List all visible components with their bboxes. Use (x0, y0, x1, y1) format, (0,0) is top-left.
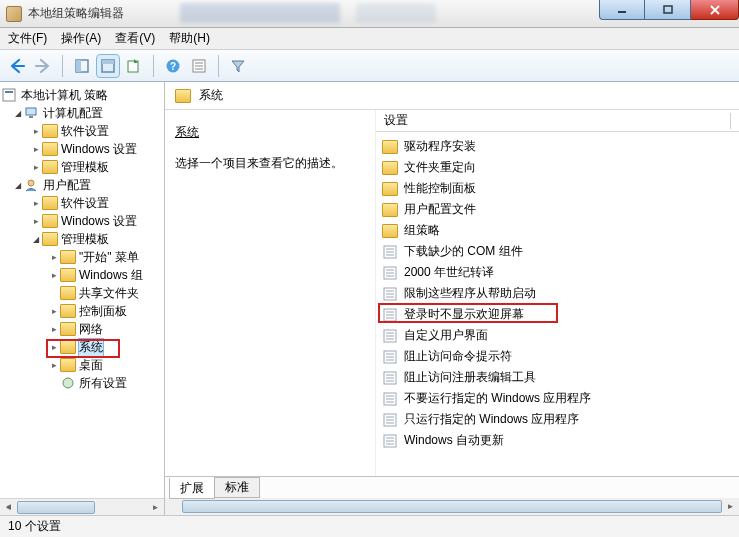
expand-toggle[interactable] (12, 109, 24, 118)
tab-extended[interactable]: 扩展 (169, 477, 215, 499)
expand-toggle[interactable] (30, 162, 42, 172)
tree-label: 用户配置 (43, 177, 91, 194)
expand-toggle[interactable] (30, 235, 42, 244)
toolbar-btn-2[interactable] (97, 55, 119, 77)
tree-item[interactable]: "开始" 菜单 (0, 248, 164, 266)
tree-label: Windows 设置 (61, 141, 137, 158)
svg-rect-15 (3, 89, 15, 101)
policy-setting-icon (382, 266, 398, 280)
description-prompt: 选择一个项目来查看它的描述。 (175, 155, 365, 172)
tree-label: 共享文件夹 (79, 285, 139, 302)
list-row[interactable]: 自定义用户界面 (376, 325, 739, 346)
column-separator[interactable] (730, 113, 731, 129)
tree-item[interactable]: 管理模板 (0, 158, 164, 176)
nav-back-button[interactable] (6, 55, 28, 77)
expand-toggle[interactable] (12, 181, 24, 190)
tree-pane: 本地计算机 策略 计算机配置 软件设置 Windows 设置 管理模板 用户配置… (0, 82, 165, 515)
folder-icon (42, 142, 58, 156)
list-row[interactable]: 下载缺少的 COM 组件 (376, 241, 739, 262)
expand-toggle[interactable] (48, 306, 60, 316)
status-text: 10 个设置 (8, 518, 61, 535)
tree-item[interactable]: 管理模板 (0, 230, 164, 248)
properties-button[interactable] (188, 55, 210, 77)
list-row[interactable]: 文件夹重定向 (376, 157, 739, 178)
tree-label: Windows 设置 (61, 213, 137, 230)
folder-icon (60, 322, 76, 336)
tree-item[interactable]: Windows 组 (0, 266, 164, 284)
toolbar-separator (218, 55, 219, 77)
tree-item[interactable]: 软件设置 (0, 122, 164, 140)
menu-action[interactable]: 操作(A) (61, 30, 101, 47)
tree-label: 软件设置 (61, 123, 109, 140)
settings-list[interactable]: 驱动程序安装文件夹重定向性能控制面板用户配置文件组策略下载缺少的 COM 组件2… (376, 132, 739, 455)
help-button[interactable]: ? (162, 55, 184, 77)
folder-icon (42, 232, 58, 246)
window-title: 本地组策略编辑器 (28, 5, 124, 22)
expand-toggle[interactable] (48, 324, 60, 334)
maximize-button[interactable] (645, 0, 691, 20)
list-row[interactable]: 2000 年世纪转译 (376, 262, 739, 283)
tree-user-config[interactable]: 用户配置 (0, 176, 164, 194)
tree-item[interactable]: 软件设置 (0, 194, 164, 212)
tree-label: Windows 组 (79, 267, 143, 284)
toolbar-separator (153, 55, 154, 77)
tree-item[interactable]: 共享文件夹 (0, 284, 164, 302)
tree-root[interactable]: 本地计算机 策略 (0, 86, 164, 104)
scroll-left-button[interactable]: ◄ (0, 498, 17, 515)
tree-item[interactable]: Windows 设置 (0, 212, 164, 230)
expand-toggle[interactable] (30, 216, 42, 226)
list-row[interactable]: 只运行指定的 Windows 应用程序 (376, 409, 739, 430)
nav-forward-button[interactable] (32, 55, 54, 77)
scroll-right-button[interactable]: ► (722, 498, 739, 515)
list-row[interactable]: 驱动程序安装 (376, 136, 739, 157)
export-button[interactable] (123, 55, 145, 77)
toolbar-btn-1[interactable] (71, 55, 93, 77)
folder-icon (60, 304, 76, 318)
expand-toggle[interactable] (48, 252, 60, 262)
menu-help[interactable]: 帮助(H) (169, 30, 210, 47)
tab-standard[interactable]: 标准 (214, 477, 260, 498)
tree-h-scrollbar[interactable]: ◄ ► (0, 498, 164, 515)
tree-label: 所有设置 (79, 375, 127, 392)
tab-strip: 扩展 标准 (165, 476, 739, 498)
policy-setting-icon (382, 350, 398, 364)
menu-file[interactable]: 文件(F) (8, 30, 47, 47)
tree-view[interactable]: 本地计算机 策略 计算机配置 软件设置 Windows 设置 管理模板 用户配置… (0, 82, 164, 498)
expand-toggle[interactable] (48, 270, 60, 280)
policy-icon (2, 88, 18, 102)
tree-item[interactable]: 网络 (0, 320, 164, 338)
tree-item[interactable]: 所有设置 (0, 374, 164, 392)
list-row[interactable]: 性能控制面板 (376, 178, 739, 199)
expand-toggle[interactable] (30, 198, 42, 208)
list-row[interactable]: 阻止访问命令提示符 (376, 346, 739, 367)
close-button[interactable] (691, 0, 739, 20)
folder-icon (175, 89, 191, 103)
expand-toggle[interactable] (30, 144, 42, 154)
tree-item[interactable]: Windows 设置 (0, 140, 164, 158)
list-row[interactable]: Windows 自动更新 (376, 430, 739, 451)
list-row[interactable]: 阻止访问注册表编辑工具 (376, 367, 739, 388)
list-row[interactable]: 用户配置文件 (376, 199, 739, 220)
tree-item[interactable]: 桌面 (0, 356, 164, 374)
expand-toggle[interactable] (30, 126, 42, 136)
expand-toggle[interactable] (48, 360, 60, 370)
tree-item[interactable]: 控制面板 (0, 302, 164, 320)
status-bar: 10 个设置 (0, 515, 739, 537)
list-row-label: 自定义用户界面 (404, 327, 488, 344)
menu-bar: 文件(F) 操作(A) 查看(V) 帮助(H) (0, 28, 739, 50)
tree-computer-config[interactable]: 计算机配置 (0, 104, 164, 122)
minimize-button[interactable] (599, 0, 645, 20)
menu-view[interactable]: 查看(V) (115, 30, 155, 47)
list-row[interactable]: 限制这些程序从帮助启动 (376, 283, 739, 304)
content-pane: 系统 系统 选择一个项目来查看它的描述。 设置 驱动程序安装文件夹重定向性能控制… (165, 82, 739, 515)
content-h-scrollbar[interactable]: ◄ ► (165, 498, 739, 515)
tree-label: "开始" 菜单 (79, 249, 139, 266)
folder-icon (42, 214, 58, 228)
list-row-label: 文件夹重定向 (404, 159, 476, 176)
list-row[interactable]: 组策略 (376, 220, 739, 241)
list-row-label: 下载缺少的 COM 组件 (404, 243, 523, 260)
scroll-right-button[interactable]: ► (147, 499, 164, 516)
list-row[interactable]: 不要运行指定的 Windows 应用程序 (376, 388, 739, 409)
column-header[interactable]: 设置 (376, 110, 739, 132)
filter-button[interactable] (227, 55, 249, 77)
